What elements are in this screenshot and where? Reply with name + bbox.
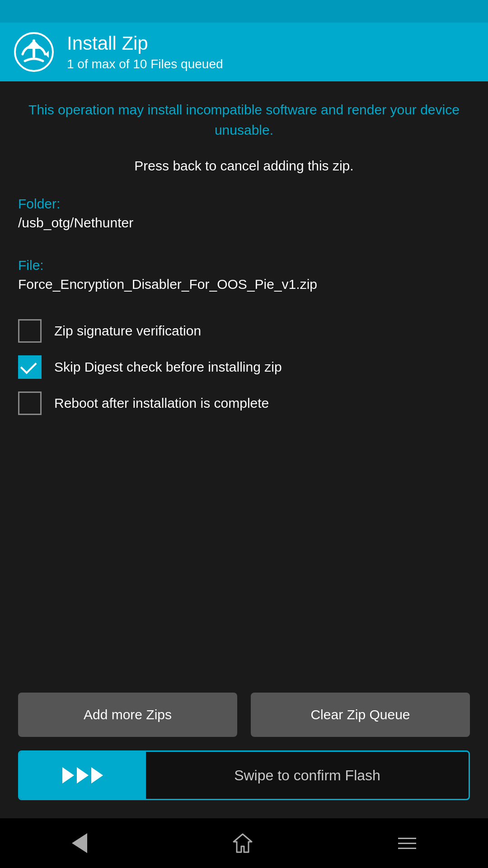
- header: Install Zip 1 of max of 10 Files queued: [0, 23, 488, 81]
- reboot-checkbox[interactable]: [18, 392, 42, 415]
- folder-value: /usb_otg/Nethunter: [18, 215, 470, 231]
- header-text: Install Zip 1 of max of 10 Files queued: [67, 33, 223, 71]
- bottom-nav: [0, 818, 488, 868]
- warning-text: This operation may install incompatible …: [18, 99, 470, 140]
- swipe-to-confirm[interactable]: Swipe to confirm Flash: [18, 750, 470, 800]
- checkbox-skip-digest-row: Skip Digest check before installing zip: [18, 355, 470, 379]
- arrow-1: [62, 767, 74, 783]
- add-more-zips-button[interactable]: Add more Zips: [18, 693, 237, 737]
- skip-digest-label: Skip Digest check before installing zip: [54, 359, 282, 375]
- file-section: File: Force_Encryption_Disabler_For_OOS_…: [18, 258, 470, 292]
- arrow-3: [91, 767, 103, 783]
- back-icon: [72, 833, 87, 853]
- swipe-handle: [19, 752, 146, 799]
- menu-icon: [398, 838, 416, 849]
- svg-marker-2: [234, 834, 252, 852]
- nav-menu-button[interactable]: [398, 838, 416, 849]
- status-bar: [0, 0, 488, 23]
- install-zip-icon: [14, 32, 54, 72]
- folder-section: Folder: /usb_otg/Nethunter: [18, 196, 470, 231]
- swipe-text: Swipe to confirm Flash: [146, 767, 469, 784]
- nav-home-button[interactable]: [231, 832, 254, 854]
- menu-line-2: [398, 843, 416, 844]
- action-buttons: Add more Zips Clear Zip Queue: [18, 693, 470, 737]
- clear-zip-queue-button[interactable]: Clear Zip Queue: [251, 693, 470, 737]
- header-subtitle: 1 of max of 10 Files queued: [67, 57, 223, 71]
- folder-label: Folder:: [18, 196, 470, 212]
- nav-back-button[interactable]: [72, 833, 87, 853]
- svg-marker-1: [45, 51, 49, 58]
- arrow-2: [77, 767, 89, 783]
- swipe-arrows: [62, 767, 103, 783]
- skip-digest-checkbox[interactable]: [18, 355, 42, 379]
- header-title: Install Zip: [67, 33, 223, 54]
- zip-sig-checkbox[interactable]: [18, 319, 42, 343]
- checkbox-zip-sig-row: Zip signature verification: [18, 319, 470, 343]
- menu-line-3: [398, 848, 416, 849]
- menu-line-1: [398, 838, 416, 839]
- checkbox-reboot-row: Reboot after installation is complete: [18, 392, 470, 415]
- zip-sig-label: Zip signature verification: [54, 323, 201, 339]
- file-value: Force_Encryption_Disabler_For_OOS_Pie_v1…: [18, 277, 470, 292]
- main-content: This operation may install incompatible …: [0, 81, 488, 818]
- home-icon: [231, 832, 254, 854]
- reboot-label: Reboot after installation is complete: [54, 396, 269, 411]
- back-text: Press back to cancel adding this zip.: [18, 158, 470, 174]
- file-label: File:: [18, 258, 470, 273]
